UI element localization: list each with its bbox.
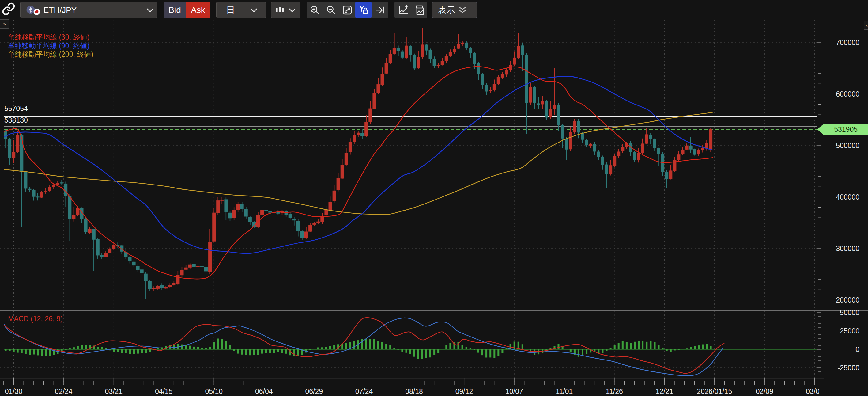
svg-text:531905: 531905 bbox=[834, 125, 858, 133]
svg-text:05/10: 05/10 bbox=[205, 388, 223, 395]
svg-text:07/24: 07/24 bbox=[355, 388, 373, 395]
svg-text:08/18: 08/18 bbox=[405, 388, 423, 395]
svg-text:25000: 25000 bbox=[840, 327, 860, 335]
svg-text:04/15: 04/15 bbox=[155, 388, 173, 395]
svg-text:02/09: 02/09 bbox=[755, 388, 773, 395]
svg-text:11/01: 11/01 bbox=[556, 388, 573, 395]
svg-text:単純移動平均線 (90, 終値): 単純移動平均線 (90, 終値) bbox=[8, 42, 89, 50]
svg-text:03/21: 03/21 bbox=[105, 388, 123, 395]
svg-text:»: » bbox=[3, 21, 5, 27]
svg-text:50000: 50000 bbox=[840, 309, 860, 317]
svg-text:2026/01/15: 2026/01/15 bbox=[697, 388, 732, 395]
svg-text:0: 0 bbox=[856, 345, 860, 353]
svg-text:単純移動平均線 (200, 終値): 単純移動平均線 (200, 終値) bbox=[8, 50, 93, 58]
svg-text:09/12: 09/12 bbox=[456, 388, 473, 395]
svg-text:01/30: 01/30 bbox=[5, 388, 23, 395]
svg-text:単純移動平均線 (30, 終値): 単純移動平均線 (30, 終値) bbox=[8, 33, 89, 41]
svg-text:12/21: 12/21 bbox=[656, 388, 674, 395]
svg-text:-25000: -25000 bbox=[837, 364, 860, 372]
svg-text:400000: 400000 bbox=[836, 193, 860, 201]
svg-text:700000: 700000 bbox=[836, 38, 860, 47]
svg-text:538130: 538130 bbox=[4, 116, 28, 124]
svg-text:557054: 557054 bbox=[4, 105, 28, 112]
svg-text:02/24: 02/24 bbox=[55, 388, 72, 395]
svg-text:‹: ‹ bbox=[866, 22, 868, 28]
svg-text:300000: 300000 bbox=[836, 245, 860, 253]
svg-text:11/26: 11/26 bbox=[606, 388, 623, 395]
svg-text:06/04: 06/04 bbox=[255, 388, 273, 395]
svg-text:10/07: 10/07 bbox=[505, 388, 523, 395]
svg-text:06/29: 06/29 bbox=[305, 388, 323, 395]
svg-text:MACD (12, 26, 9): MACD (12, 26, 9) bbox=[8, 315, 63, 323]
svg-text:500000: 500000 bbox=[836, 142, 860, 149]
svg-text:200000: 200000 bbox=[836, 296, 860, 304]
svg-text:600000: 600000 bbox=[836, 90, 860, 98]
